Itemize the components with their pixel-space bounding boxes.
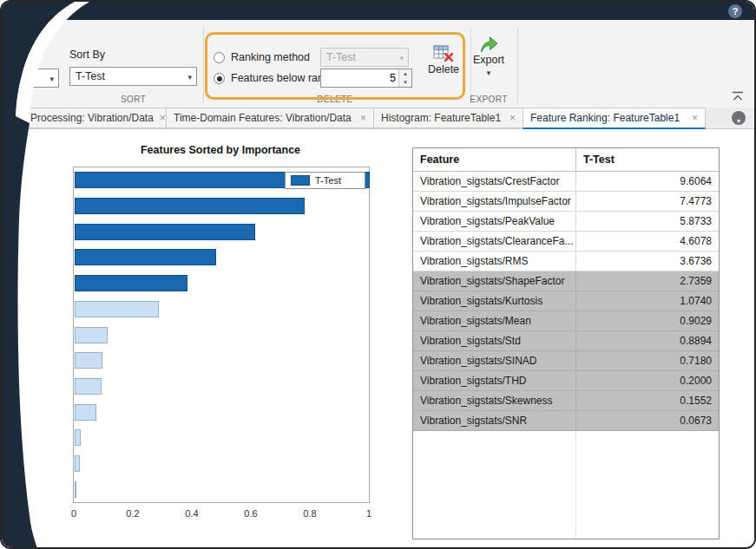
value-cell: 0.0673 xyxy=(576,411,719,430)
x-tick-label: 0.6 xyxy=(244,508,257,519)
importance-bar[interactable] xyxy=(75,224,255,240)
importance-bar[interactable] xyxy=(75,327,108,343)
bar-plot xyxy=(73,167,370,503)
close-icon[interactable]: × xyxy=(503,112,516,124)
x-tick-label: 0.8 xyxy=(303,508,316,519)
tab-histogram[interactable]: Histogram: FeatureTable1 × xyxy=(373,108,523,128)
ranking-method-dropdown[interactable]: T-Test xyxy=(320,48,409,67)
feature-cell: Vibration_sigstats/SINAD xyxy=(413,351,576,370)
x-tick-label: 0 xyxy=(71,508,76,519)
table-row[interactable]: Vibration_sigstats/CrestFactor 9.6064 xyxy=(413,172,719,192)
importance-bar[interactable] xyxy=(75,404,96,421)
export-section-label: EXPORT xyxy=(467,95,510,104)
x-tick-label: 0.2 xyxy=(126,508,139,519)
tab-feature-ranking[interactable]: Feature Ranking: FeatureTable1 × xyxy=(523,108,706,129)
delete-button[interactable]: Delete xyxy=(424,44,463,75)
tab-processing[interactable]: Processing: Vibration/Data × xyxy=(23,108,167,128)
sort-section-label: SORT xyxy=(69,95,197,104)
importance-bar[interactable] xyxy=(75,378,102,395)
tab-label: Histogram: FeatureTable1 xyxy=(381,112,501,124)
table-header-row: Feature T-Test xyxy=(413,148,719,172)
content-area: Features Sorted by Importance T-Test 0 0… xyxy=(2,129,754,547)
feature-cell: Vibration_sigstats/Mean xyxy=(413,311,576,330)
tab-label: Time-Domain Features: Vibration/Data xyxy=(174,112,352,124)
feature-cell: Vibration_sigstats/SNR xyxy=(413,411,576,430)
legend-swatch xyxy=(291,175,310,186)
table-row[interactable]: Vibration_sigstats/ImpulseFactor 7.4773 xyxy=(413,192,719,212)
table-row[interactable]: Vibration_sigstats/Skewness 0.1552 xyxy=(413,391,719,411)
importance-bar[interactable] xyxy=(75,301,159,317)
table-row[interactable]: Vibration_sigstats/ClearanceFa... 4.6078 xyxy=(413,232,719,252)
value-cell: 1.0740 xyxy=(576,291,719,310)
rank-spinner[interactable] xyxy=(320,69,412,88)
importance-bar[interactable] xyxy=(75,481,76,498)
spin-up-icon[interactable] xyxy=(399,69,411,78)
features-below-rank-label: Features below rank xyxy=(231,72,329,84)
value-cell: 4.6078 xyxy=(576,232,719,251)
tab-time-domain-features[interactable]: Time-Domain Features: Vibration/Data × xyxy=(166,108,374,128)
help-button[interactable]: ? xyxy=(728,4,742,18)
export-arrow-icon xyxy=(478,35,499,54)
table-row[interactable]: Vibration_sigstats/SNR 0.0673 xyxy=(413,411,719,431)
spin-down-icon[interactable] xyxy=(399,78,411,87)
close-icon[interactable]: × xyxy=(686,112,698,124)
feature-cell: Vibration_sigstats/Kurtosis xyxy=(413,291,576,310)
table-row[interactable]: Vibration_sigstats/ShapeFactor 2.7359 xyxy=(413,271,719,291)
table-row[interactable]: Vibration_sigstats/SINAD 0.7180 xyxy=(413,351,719,371)
chevron-down-icon[interactable] xyxy=(487,66,491,78)
export-button-label: Export xyxy=(473,54,504,66)
feature-cell: Vibration_sigstats/Std xyxy=(413,331,576,350)
feature-cell: Vibration_sigstats/CrestFactor xyxy=(413,172,576,191)
table-row[interactable]: Vibration_sigstats/PeakValue 5.8733 xyxy=(413,212,719,232)
ranking-method-label: Ranking method xyxy=(231,51,310,63)
chevron-down-icon xyxy=(395,51,408,63)
value-cell: 2.7359 xyxy=(576,271,719,291)
importance-bar[interactable] xyxy=(75,198,305,214)
feature-ranking-table: Feature T-Test Vibration_sigstats/CrestF… xyxy=(412,147,720,539)
ranking-method-value: T-Test xyxy=(326,51,356,63)
table-row[interactable]: Vibration_sigstats/Std 0.8894 xyxy=(413,331,719,351)
spinner-buttons xyxy=(398,69,411,87)
tab-label: Processing: Vibration/Data xyxy=(30,112,154,124)
column-header-feature[interactable]: Feature xyxy=(413,148,576,171)
chart-legend: T-Test xyxy=(285,172,365,189)
ranking-method-radio[interactable] xyxy=(214,52,225,63)
importance-bar[interactable] xyxy=(75,275,187,291)
importance-bar[interactable] xyxy=(75,429,81,446)
ribbon-toolbar: Sort By T-Test SORT Ranking method T-Tes… xyxy=(2,20,754,108)
tab-overflow-button[interactable] xyxy=(732,111,746,125)
delete-table-icon xyxy=(433,44,454,63)
value-cell: 0.9029 xyxy=(576,311,719,330)
table-row[interactable]: Vibration_sigstats/Mean 0.9029 xyxy=(413,311,719,331)
importance-bar[interactable] xyxy=(75,352,102,369)
table-row[interactable]: Vibration_sigstats/RMS 3.6736 xyxy=(413,252,719,271)
close-icon[interactable]: × xyxy=(154,112,166,124)
partial-dropdown[interactable] xyxy=(21,69,59,88)
column-header-ttest[interactable]: T-Test xyxy=(576,148,719,171)
value-cell: 0.8894 xyxy=(576,331,719,350)
rank-input[interactable] xyxy=(321,69,398,87)
table-empty-area xyxy=(413,431,719,539)
feature-cell: Vibration_sigstats/PeakValue xyxy=(413,212,576,231)
table-row[interactable]: Vibration_sigstats/Kurtosis 1.0740 xyxy=(413,291,719,311)
toolbar-separator xyxy=(203,27,204,103)
collapse-ribbon-icon[interactable] xyxy=(732,91,744,101)
value-cell: 3.6736 xyxy=(576,252,719,271)
features-below-rank-radio[interactable] xyxy=(214,73,225,84)
x-tick-label: 1 xyxy=(366,508,371,519)
app-window: ? Sort By T-Test SORT Ranking method T-T… xyxy=(0,0,756,549)
value-cell: 0.1552 xyxy=(576,391,719,410)
table-row[interactable]: Vibration_sigstats/THD 0.2000 xyxy=(413,371,719,391)
close-icon[interactable]: × xyxy=(354,112,366,124)
value-cell: 7.4773 xyxy=(576,192,719,211)
export-button[interactable]: Export xyxy=(469,35,509,78)
tab-label: Feature Ranking: FeatureTable1 xyxy=(530,112,680,124)
value-cell: 5.8733 xyxy=(576,212,719,231)
importance-bar[interactable] xyxy=(75,455,80,472)
importance-bar[interactable] xyxy=(75,249,216,265)
sort-method-dropdown[interactable]: T-Test xyxy=(69,67,197,86)
delete-button-label: Delete xyxy=(428,63,459,75)
value-cell: 9.6064 xyxy=(576,172,719,191)
feature-cell: Vibration_sigstats/THD xyxy=(413,371,576,390)
chart-title: Features Sorted by Importance xyxy=(73,144,368,156)
